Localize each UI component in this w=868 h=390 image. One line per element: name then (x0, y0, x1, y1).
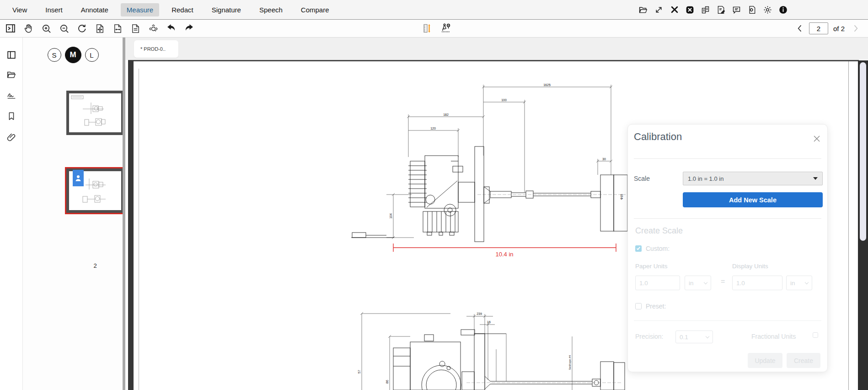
gear-icon (763, 5, 772, 15)
thumbnail-size-large-button[interactable]: L (85, 48, 99, 62)
thumbnail-size-small-button[interactable]: S (48, 48, 61, 62)
left-panel-tabs (0, 38, 23, 390)
page-gear-icon (747, 5, 757, 15)
custom-checkbox (635, 245, 642, 252)
comment-bubble-icon (732, 5, 741, 15)
settings-button[interactable] (763, 5, 772, 15)
custom-label: Custom: (646, 245, 670, 252)
fit-width-button[interactable] (112, 22, 123, 34)
bookmarks-panel-button[interactable] (6, 111, 17, 122)
view-controls-toolbar: of 2 (0, 19, 868, 38)
marquee-zoom-button[interactable] (147, 22, 159, 34)
folder-icon (6, 70, 16, 80)
menu-item-measure[interactable]: Measure (121, 3, 159, 16)
pan-tool-button[interactable] (22, 22, 34, 34)
precision-label: Precision: (635, 333, 663, 340)
page-settings-button[interactable] (747, 5, 757, 15)
menu-item-speech[interactable]: Speech (253, 3, 289, 16)
preset-checkbox (635, 303, 642, 309)
precision-value: 0.1 (680, 334, 688, 341)
rotate-clockwise-icon (77, 23, 87, 33)
fractional-units-checkbox (813, 332, 818, 338)
chevron-down-icon (805, 280, 809, 284)
paper-unit-value: in (689, 280, 694, 287)
previous-page-button[interactable] (794, 22, 806, 34)
dim-dia95: Φ95 (620, 194, 623, 200)
zoom-out-button[interactable] (58, 22, 70, 34)
calibration-close-button[interactable] (813, 135, 821, 143)
equals-sign: = (721, 277, 725, 286)
display-value-input (732, 276, 782, 290)
info-circle-icon (778, 5, 788, 15)
undo-button[interactable] (165, 22, 177, 34)
scale-select[interactable]: 1.0 in = 1.0 in (683, 172, 823, 185)
scale-label: Scale (634, 175, 650, 182)
display-units-label: Display Units (732, 263, 768, 270)
page-2-label: 2 (66, 262, 124, 269)
menu-action-buttons (638, 0, 788, 19)
rope-label: Seil/rope #4 (568, 355, 571, 370)
add-new-scale-button[interactable]: Add New Scale (683, 192, 823, 207)
page-thumbnail-1[interactable] (66, 91, 124, 135)
display-unit-value: in (790, 280, 795, 287)
person-icon (74, 173, 82, 183)
compare-pages-button[interactable] (701, 5, 710, 15)
caret-down-icon (813, 177, 818, 180)
thumbnails-panel-icon (6, 50, 16, 60)
comments-button[interactable] (732, 5, 741, 15)
view-tools-group (5, 20, 195, 37)
distance-measurement-annotation[interactable]: 10.4 in (393, 244, 616, 258)
chevron-right-icon (851, 24, 860, 33)
info-button[interactable] (778, 5, 788, 15)
fullscreen-button[interactable] (654, 5, 664, 15)
thumbnails-panel: S M L 1 2 (23, 38, 123, 390)
menu-item-redact[interactable]: Redact (166, 3, 199, 16)
rotate-button[interactable] (76, 22, 88, 34)
paper-units-label: Paper Units (635, 263, 668, 270)
expand-diagonal-icon (654, 5, 664, 15)
document-tab[interactable]: * PROD-0.. (134, 40, 178, 58)
chevron-down-icon (704, 280, 707, 284)
calibrate-tool-button[interactable] (440, 22, 452, 34)
menu-item-insert[interactable]: Insert (39, 3, 69, 16)
redo-button[interactable] (183, 22, 195, 34)
page-number-input[interactable] (809, 22, 828, 34)
menu-items: View Insert Annotate Measure Redact Sign… (6, 0, 335, 19)
panel-divider-1 (634, 158, 821, 159)
embedded-close-button[interactable] (685, 5, 695, 15)
close-button[interactable] (670, 5, 679, 15)
zoom-in-icon (41, 23, 52, 34)
open-file-button[interactable] (638, 5, 648, 15)
update-button: Update (748, 353, 782, 368)
scrollbar-thumb[interactable] (860, 62, 866, 241)
zoom-in-button[interactable] (40, 22, 52, 34)
marquee-zoom-icon (148, 23, 159, 34)
attachments-panel-button[interactable] (6, 132, 17, 143)
check-icon (637, 246, 640, 250)
menu-item-compare[interactable]: Compare (295, 3, 335, 16)
menu-item-signature[interactable]: Signature (206, 3, 247, 16)
signature-panel-button[interactable] (6, 90, 17, 101)
dim-100: 100 (501, 98, 507, 102)
outlines-panel-button[interactable] (6, 69, 17, 80)
toggle-side-panel-button[interactable] (5, 22, 16, 34)
paper-value-input (635, 276, 680, 290)
fit-page-button[interactable] (94, 22, 106, 34)
distance-measure-tool-button[interactable] (421, 22, 433, 34)
menu-item-view[interactable]: View (6, 3, 33, 16)
dim-86: 86 (386, 380, 389, 384)
thumbnail-size-medium-button[interactable]: M (65, 47, 81, 63)
signature-icon (6, 90, 16, 100)
dim-30: 30 (602, 157, 606, 161)
page-thumbnail-2[interactable] (66, 168, 124, 213)
thumbnails-panel-button[interactable] (6, 49, 17, 60)
edit-document-button[interactable] (716, 5, 726, 15)
viewer-background-left (128, 60, 134, 390)
panel-divider-3 (634, 320, 821, 321)
close-x-icon (670, 5, 679, 14)
menu-item-annotate[interactable]: Annotate (75, 3, 114, 16)
fit-width-icon (113, 23, 123, 34)
page-layout-button[interactable] (129, 22, 141, 34)
create-button: Create (787, 353, 820, 368)
dim-182: 182 (443, 113, 449, 116)
